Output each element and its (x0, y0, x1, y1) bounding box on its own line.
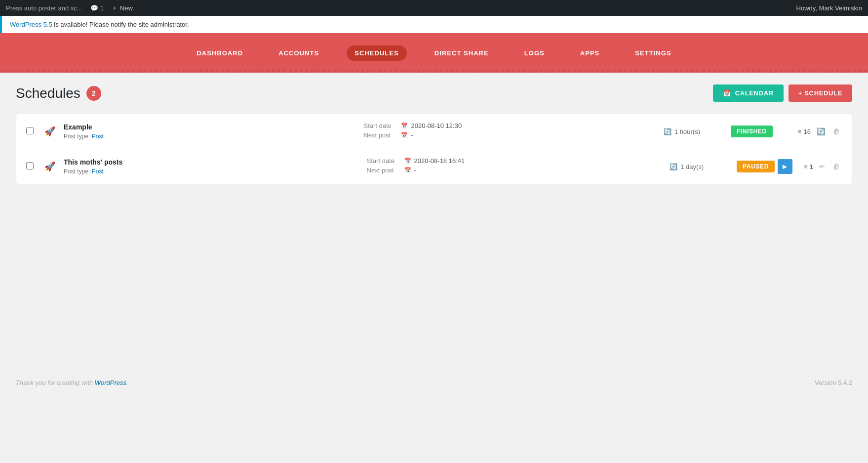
calendar-icon: 📅 (723, 89, 731, 97)
list-icon-1: ≡ (798, 128, 802, 135)
user-greeting: Howdy, Mark Velmiskin (796, 4, 862, 12)
notice-message: is available! Please notify the site adm… (52, 21, 189, 28)
page-header: Schedules 2 📅 CALENDAR + SCHEDULE (16, 84, 852, 102)
admin-bar: Press auto poster and sc... 💬 1 ＋ New Ho… (0, 0, 868, 16)
row-interval-2: 🔄 1 day(s) (670, 163, 729, 170)
row-dates-2: Start date 📅 2020-08-18 16:41 Next post … (367, 157, 662, 176)
comment-bubble-icon: 💬 (90, 4, 98, 12)
refresh-button-1[interactable]: 🔄 (815, 126, 827, 137)
calendar-icon-4: 📅 (404, 167, 411, 173)
page-title: Schedules (16, 85, 80, 101)
comments-link[interactable]: 💬 1 (90, 4, 104, 12)
row-actions-1: ≡ 16 🔄 🗑 (798, 126, 842, 137)
next-post-value-2: - (414, 167, 416, 174)
calendar-icon-2: 📅 (401, 132, 408, 138)
row-interval-1: 🔄 1 hour(s) (664, 128, 723, 135)
next-post-label-1: Next post (363, 131, 398, 139)
next-post-value-1: - (411, 131, 413, 139)
refresh-icon-1: 🔄 (664, 128, 671, 135)
row-checkbox-1[interactable] (26, 127, 36, 136)
nav-item-logs[interactable]: LOGS (516, 45, 552, 61)
rocket-icon-1: 🚀 (44, 126, 56, 137)
delete-button-2[interactable]: 🗑 (831, 161, 842, 172)
schedule-name-2: This moths' posts (64, 158, 359, 166)
list-count-2[interactable]: ≡ 1 (804, 163, 813, 170)
wordpress-version-link[interactable]: WordPress 5.5 (10, 21, 52, 28)
rocket-icon-2: 🚀 (44, 161, 56, 172)
schedule-count-badge: 2 (86, 86, 101, 101)
nav-item-settings[interactable]: SETTINGS (627, 45, 679, 61)
nav-item-apps[interactable]: APPS (572, 45, 608, 61)
post-type-2: Post type: Post (64, 168, 359, 175)
plugin-nav: DASHBOARD ACCOUNTS SCHEDULES DIRECT SHAR… (0, 33, 868, 73)
nav-item-direct-share[interactable]: DIRECT SHARE (427, 45, 497, 61)
next-post-line-1: Next post 📅 - (363, 131, 655, 139)
status-badge-1: FINISHED (731, 126, 773, 137)
footer-version: Version 5.4.2 (815, 379, 852, 386)
start-date-value-2: 2020-08-18 16:41 (414, 157, 465, 165)
update-notice: WordPress 5.5 is available! Please notif… (0, 16, 868, 33)
post-type-1: Post type: Post (64, 133, 355, 140)
post-type-link-2[interactable]: Post (92, 168, 104, 175)
row-actions-2: ≡ 1 ✏ 🗑 (804, 161, 842, 172)
footer-thanks: Thank you for creating with WordPress. (16, 379, 128, 386)
row-info-2: This moths' posts Post type: Post (64, 158, 359, 175)
wordpress-footer-link[interactable]: WordPress (95, 379, 126, 386)
row-status-2: PAUSED ▶ (737, 159, 796, 174)
start-date-line-1: Start date 📅 2020-08-10 12:30 (363, 122, 655, 129)
header-actions: 📅 CALENDAR + SCHEDULE (713, 84, 852, 102)
table-row: 🚀 Example Post type: Post Start date 📅 2… (16, 114, 852, 149)
checkbox-2[interactable] (26, 162, 34, 169)
nav-item-dashboard[interactable]: DASHBOARD (189, 45, 251, 61)
calendar-icon-3: 📅 (404, 158, 411, 164)
calendar-icon-1: 📅 (401, 123, 408, 129)
play-button-2[interactable]: ▶ (778, 159, 792, 174)
checkbox-1[interactable] (26, 127, 34, 134)
row-dates-1: Start date 📅 2020-08-10 12:30 Next post … (363, 122, 655, 141)
page-title-wrap: Schedules 2 (16, 85, 101, 101)
nav-item-accounts[interactable]: ACCOUNTS (271, 45, 327, 61)
nav-item-schedules[interactable]: SCHEDULES (347, 45, 407, 61)
schedule-table: 🚀 Example Post type: Post Start date 📅 2… (16, 114, 852, 184)
next-post-label-2: Next post (367, 167, 401, 174)
row-info-1: Example Post type: Post (64, 123, 355, 140)
interval-value-2: 1 day(s) (680, 163, 704, 170)
status-badge-2: PAUSED (737, 161, 775, 172)
new-content-link[interactable]: ＋ New (112, 3, 133, 12)
start-date-label-2: Start date (367, 157, 401, 165)
next-post-line-2: Next post 📅 - (367, 167, 662, 174)
adminbar-left: Press auto poster and sc... 💬 1 ＋ New (6, 3, 133, 12)
list-count-value-1: 16 (804, 128, 811, 135)
post-type-link-1[interactable]: Post (92, 133, 104, 140)
list-icon-2: ≡ (804, 163, 808, 170)
interval-value-1: 1 hour(s) (674, 128, 700, 135)
site-title: Press auto poster and sc... (6, 4, 82, 12)
calendar-button[interactable]: 📅 CALENDAR (713, 84, 784, 102)
refresh-icon-2: 🔄 (670, 163, 677, 170)
start-date-label-1: Start date (363, 122, 398, 129)
list-count-value-2: 1 (810, 163, 813, 170)
start-date-value-1: 2020-08-10 12:30 (411, 122, 462, 129)
row-checkbox-2[interactable] (26, 162, 36, 171)
main-content: Schedules 2 📅 CALENDAR + SCHEDULE 🚀 Exam… (0, 73, 868, 369)
nav-items: DASHBOARD ACCOUNTS SCHEDULES DIRECT SHAR… (189, 45, 679, 61)
plus-icon: ＋ (112, 3, 118, 12)
list-count-1[interactable]: ≡ 16 (798, 128, 811, 135)
edit-button-2[interactable]: ✏ (817, 161, 827, 172)
row-status-1: FINISHED (731, 126, 790, 137)
footer: Thank you for creating with WordPress. V… (0, 369, 868, 396)
add-schedule-button[interactable]: + SCHEDULE (789, 84, 852, 102)
schedule-name-1: Example (64, 123, 355, 131)
table-row: 🚀 This moths' posts Post type: Post Star… (16, 149, 852, 184)
delete-button-1[interactable]: 🗑 (831, 126, 842, 137)
start-date-line-2: Start date 📅 2020-08-18 16:41 (367, 157, 662, 165)
